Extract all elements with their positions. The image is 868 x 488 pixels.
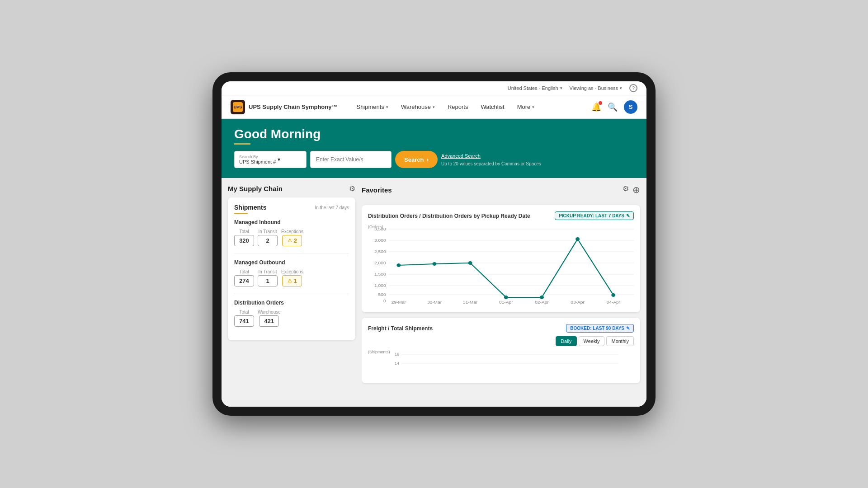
search-by-select[interactable]: Search By UPS Shipment # ▾ bbox=[234, 151, 307, 168]
distribution-warehouse-value[interactable]: 421 bbox=[259, 315, 279, 327]
warning-triangle-icon: ⚠ bbox=[288, 238, 292, 244]
divider-1 bbox=[234, 253, 349, 254]
freight-y-axis-label: (Shipments) bbox=[368, 350, 390, 354]
hero-greeting: Good Morning bbox=[234, 127, 634, 141]
nav-item-reports[interactable]: Reports bbox=[447, 102, 469, 112]
search-nav-icon[interactable]: 🔍 bbox=[608, 102, 618, 112]
nav-warehouse-chevron: ▾ bbox=[433, 105, 435, 109]
pickup-badge[interactable]: PICKUP READY: LAST 7 DAYS ✎ bbox=[555, 211, 634, 220]
nav-reports-label: Reports bbox=[448, 103, 468, 110]
locale-label: United States - English bbox=[508, 85, 558, 91]
favorites-icons: ⚙ ⊕ bbox=[623, 184, 640, 195]
main-content: My Supply Chain ⚙ Shipments In the last … bbox=[222, 178, 646, 407]
nav-more-label: More bbox=[517, 103, 531, 110]
svg-text:30-Mar: 30-Mar bbox=[427, 300, 442, 305]
time-tab-weekly[interactable]: Weekly bbox=[579, 336, 605, 346]
supply-chain-gear-icon[interactable]: ⚙ bbox=[349, 184, 355, 193]
pickup-badge-label: PICKUP READY: LAST 7 DAYS bbox=[559, 213, 624, 218]
distribution-warehouse-label: Warehouse bbox=[258, 310, 281, 314]
divider-2 bbox=[234, 294, 349, 294]
freight-header: Freight / Total Shipments BOOKED: LAST 9… bbox=[368, 324, 634, 333]
svg-text:0: 0 bbox=[383, 299, 386, 303]
search-button-arrow-icon: › bbox=[426, 156, 429, 163]
managed-inbound-intransit-value[interactable]: 2 bbox=[258, 235, 278, 246]
svg-text:2,500: 2,500 bbox=[374, 249, 386, 254]
locale-selector[interactable]: United States - English ▾ bbox=[508, 85, 562, 91]
top-bar: United States - English ▾ Viewing as - B… bbox=[222, 81, 646, 95]
managed-inbound-section: Managed Inbound Total 320 In Transit 2 bbox=[234, 219, 349, 246]
help-icon[interactable]: ? bbox=[629, 84, 637, 92]
distribution-warehouse-group: Warehouse 421 bbox=[258, 310, 281, 327]
chart-card-1: Distribution Orders / Distribution Order… bbox=[362, 205, 640, 312]
nav-bar: UPS UPS Supply Chain Symphony™ Shipments… bbox=[222, 95, 646, 119]
advanced-search-link[interactable]: Advanced Search bbox=[441, 153, 541, 159]
nav-shipments-chevron: ▾ bbox=[386, 105, 388, 109]
distribution-orders-title: Distribution Orders bbox=[234, 300, 349, 306]
chart-1-title: Distribution Orders / Distribution Order… bbox=[368, 213, 530, 219]
svg-point-15 bbox=[396, 263, 401, 267]
nav-watchlist-label: Watchlist bbox=[481, 103, 504, 110]
booked-badge[interactable]: BOOKED: LAST 90 DAYS ✎ bbox=[566, 324, 634, 333]
time-tab-daily[interactable]: Daily bbox=[556, 336, 576, 346]
managed-outbound-total-value[interactable]: 274 bbox=[234, 275, 254, 286]
brand-name: UPS Supply Chain Symphony™ bbox=[249, 103, 337, 110]
search-row: Search By UPS Shipment # ▾ Search › Adva… bbox=[234, 151, 634, 168]
managed-outbound-total-group: Total 274 bbox=[234, 269, 254, 286]
svg-point-21 bbox=[611, 293, 615, 297]
svg-point-17 bbox=[468, 261, 472, 265]
managed-outbound-section: Managed Outbound Total 274 In Transit 1 bbox=[234, 259, 349, 286]
svg-point-18 bbox=[504, 296, 508, 299]
viewing-as-label: Viewing as - Business bbox=[570, 85, 618, 91]
favorites-add-icon[interactable]: ⊕ bbox=[632, 184, 640, 195]
managed-inbound-total-label: Total bbox=[239, 229, 249, 234]
managed-inbound-intransit-label: In Transit bbox=[258, 229, 277, 234]
distribution-total-label: Total bbox=[239, 310, 249, 314]
distribution-total-value[interactable]: 741 bbox=[234, 315, 254, 327]
search-input[interactable] bbox=[310, 151, 392, 168]
locale-chevron: ▾ bbox=[560, 86, 562, 90]
chart-1-header: Distribution Orders / Distribution Order… bbox=[368, 211, 634, 220]
left-panel: My Supply Chain ⚙ Shipments In the last … bbox=[222, 178, 362, 407]
card-underline bbox=[234, 213, 248, 214]
chart-1-area: (Orders) 3,500 3,000 bbox=[368, 225, 634, 306]
search-button[interactable]: Search › bbox=[395, 151, 438, 168]
favorites-header: Favorites ⚙ ⊕ bbox=[362, 184, 640, 195]
freight-chart-title: Freight / Total Shipments bbox=[368, 325, 433, 332]
search-by-value: UPS Shipment # bbox=[239, 159, 276, 164]
nav-item-warehouse[interactable]: Warehouse ▾ bbox=[400, 102, 436, 112]
card-subtitle: In the last 7 days bbox=[315, 205, 349, 210]
distribution-orders-section: Distribution Orders Total 741 Warehouse … bbox=[234, 300, 349, 327]
managed-inbound-exceptions-group: Exceptions ⚠ 2 bbox=[281, 229, 303, 246]
svg-text:31-Mar: 31-Mar bbox=[463, 300, 478, 305]
svg-text:03-Apr: 03-Apr bbox=[571, 300, 585, 305]
managed-inbound-exceptions-value[interactable]: ⚠ 2 bbox=[282, 235, 302, 246]
nav-item-shipments[interactable]: Shipments ▾ bbox=[355, 102, 389, 112]
time-tabs: Daily Weekly Monthly bbox=[368, 336, 634, 346]
svg-point-19 bbox=[540, 296, 544, 299]
freight-chart-svg: 16 14 bbox=[368, 350, 634, 377]
nav-item-watchlist[interactable]: Watchlist bbox=[480, 102, 505, 112]
managed-outbound-intransit-value[interactable]: 1 bbox=[258, 275, 278, 286]
managed-outbound-exceptions-value[interactable]: ⚠ 1 bbox=[282, 275, 302, 286]
chart-1-svg: 3,500 3,000 2,500 2,000 1,500 1,000 500 … bbox=[368, 225, 634, 306]
managed-inbound-stats: Total 320 In Transit 2 Exceptions ⚠ bbox=[234, 229, 349, 246]
viewing-as-selector[interactable]: Viewing as - Business ▾ bbox=[570, 85, 622, 91]
tablet-screen: United States - English ▾ Viewing as - B… bbox=[222, 81, 646, 407]
managed-inbound-total-group: Total 320 bbox=[234, 229, 254, 246]
user-avatar[interactable]: S bbox=[624, 100, 637, 114]
managed-outbound-intransit-group: In Transit 1 bbox=[258, 269, 278, 286]
favorites-gear-icon[interactable]: ⚙ bbox=[623, 184, 629, 195]
svg-text:1,000: 1,000 bbox=[374, 283, 386, 288]
search-hint: Up to 20 values separated by Commas or S… bbox=[441, 161, 541, 166]
booked-badge-label: BOOKED: LAST 90 DAYS bbox=[570, 326, 624, 331]
search-button-label: Search bbox=[404, 156, 424, 163]
search-select-chevron: ▾ bbox=[278, 156, 280, 163]
logo-area: UPS UPS Supply Chain Symphony™ bbox=[231, 100, 337, 114]
bell-icon[interactable]: 🔔 bbox=[591, 102, 601, 112]
warning-triangle-icon-2: ⚠ bbox=[288, 278, 292, 284]
time-tab-monthly[interactable]: Monthly bbox=[606, 336, 634, 346]
managed-inbound-total-value[interactable]: 320 bbox=[234, 235, 254, 246]
nav-item-more[interactable]: More ▾ bbox=[516, 102, 536, 112]
notification-dot bbox=[599, 101, 602, 105]
right-panel: Favorites ⚙ ⊕ Distribution Orders / Dist… bbox=[362, 178, 646, 407]
